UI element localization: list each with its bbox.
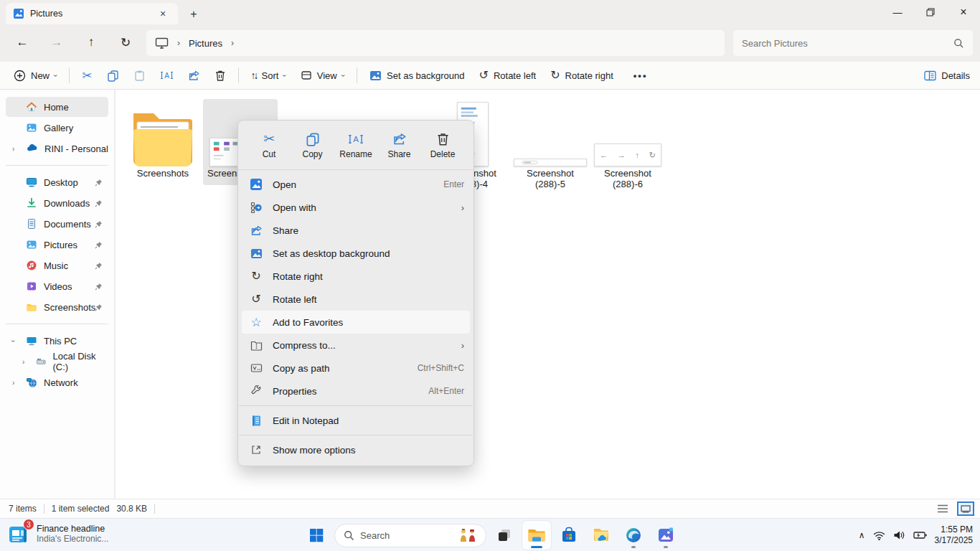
rotate-left-button[interactable]: ↺ Rotate left [473, 64, 543, 87]
rename-icon: A [348, 132, 364, 146]
sidebar-item-network[interactable]: › Network [6, 372, 108, 392]
cloud-folder-icon [592, 527, 611, 543]
microsoft-store-button[interactable] [555, 521, 583, 550]
sidebar-separator [6, 165, 108, 166]
copy-icon [306, 132, 320, 146]
photos-app-button[interactable] [651, 521, 680, 550]
sidebar-item-this-pc[interactable]: › This PC [6, 331, 108, 351]
sidebar-item-pictures[interactable]: Pictures [6, 235, 108, 255]
chevron-right-icon[interactable]: › [22, 358, 24, 366]
menu-item-edit-in-notepad[interactable]: Edit in Notepad [242, 409, 470, 432]
sidebar-item-screenshots[interactable]: Screenshots [6, 297, 108, 317]
submenu-chevron-icon: › [461, 202, 464, 213]
pin-icon [95, 303, 103, 311]
status-bar: 7 items 1 item selected 30.8 KB [0, 499, 980, 518]
menu-item-properties[interactable]: Properties Alt+Enter [242, 380, 470, 402]
battery-icon[interactable] [913, 531, 927, 540]
new-button[interactable]: New › [7, 64, 63, 87]
windows-logo-icon [308, 527, 325, 544]
file-explorer-taskbar-button[interactable] [522, 521, 551, 550]
refresh-button[interactable]: ↻ [113, 30, 138, 55]
chevron-right-icon[interactable]: › [12, 379, 14, 387]
folder-tile-screenshots[interactable]: Screenshots [126, 99, 200, 189]
copy-button[interactable] [100, 64, 126, 87]
sidebar-item-music[interactable]: Music [6, 255, 108, 276]
paste-icon [133, 70, 146, 82]
tray-chevron-up-icon[interactable]: ∧ [859, 530, 865, 540]
large-icons-view-button[interactable] [957, 501, 974, 516]
wifi-icon[interactable] [873, 531, 885, 540]
rotate-right-button[interactable]: ↻ Rotate right [544, 64, 620, 87]
address-bar[interactable]: › Pictures › [146, 30, 725, 56]
copy-quick-action[interactable]: Copy [293, 129, 332, 162]
menu-item-add-to-favorites[interactable]: ☆ Add to Favorites [242, 311, 470, 334]
menu-item-compress-to[interactable]: Compress to... › [242, 334, 470, 357]
file-name: Screenshot(288)-6 [590, 168, 665, 189]
share-button[interactable] [182, 64, 207, 87]
file-tile-screenshot-288-6[interactable]: ←→↑↻ Screenshot(288)-6 [590, 99, 665, 189]
menu-item-copy-as-path[interactable]: Copy as path Ctrl+Shift+C [242, 357, 470, 380]
onedrive-folder-button[interactable] [587, 521, 616, 550]
breadcrumb-pictures[interactable]: Pictures [189, 38, 222, 49]
cut-button[interactable]: ✂ [75, 64, 98, 87]
sidebar-item-onedrive[interactable]: › RINI - Personal [6, 138, 108, 159]
sidebar-item-home[interactable]: Home [6, 97, 108, 117]
new-tab-button[interactable]: + [185, 6, 202, 23]
menu-item-share[interactable]: Share [242, 219, 470, 242]
menu-item-set-desktop-background[interactable]: Set as desktop background [242, 242, 470, 265]
task-view-button[interactable] [490, 521, 519, 550]
sidebar-item-videos[interactable]: Videos [6, 276, 108, 296]
sidebar-separator [6, 324, 108, 324]
menu-item-rotate-right[interactable]: ↻ Rotate right [242, 265, 470, 288]
details-toggle-button[interactable]: Details [924, 70, 970, 81]
restore-button[interactable] [914, 0, 947, 24]
up-button[interactable]: ↑ [79, 30, 103, 55]
delete-quick-action[interactable]: Delete [423, 129, 462, 162]
taskbar-center: Search [302, 521, 680, 550]
sidebar-item-desktop[interactable]: Desktop [6, 172, 108, 192]
rename-button[interactable]: A [154, 64, 180, 87]
sidebar-item-documents[interactable]: Documents [6, 214, 108, 234]
sidebar-item-downloads[interactable]: Downloads [6, 193, 108, 213]
menu-item-open-with[interactable]: Open with › [242, 196, 470, 219]
see-more-button[interactable]: ••• [621, 64, 660, 87]
menu-item-show-more-options[interactable]: Show more options [242, 438, 470, 461]
sidebar-item-local-disk[interactable]: › Local Disk (C:) [6, 352, 108, 372]
documents-icon [26, 218, 37, 230]
cut-quick-action[interactable]: ✂ Cut [250, 129, 288, 162]
edge-browser-button[interactable] [619, 521, 648, 550]
start-button[interactable] [302, 521, 331, 550]
view-button[interactable]: View › [294, 64, 351, 87]
delete-button[interactable] [208, 64, 232, 87]
share-quick-action[interactable]: Share [380, 129, 419, 162]
volume-icon[interactable] [893, 530, 905, 540]
sort-button[interactable]: ↑↓ Sort › [245, 64, 293, 87]
sort-button-label: Sort [262, 70, 279, 81]
quick-actions-bar: ✂ Cut Copy A Rename Share Delete [238, 123, 473, 166]
menu-item-open[interactable]: Open Enter [242, 173, 470, 196]
details-label: Details [941, 70, 970, 81]
view-button-label: View [317, 70, 337, 81]
clock[interactable]: 1:55 PM 3/17/2025 [935, 524, 973, 546]
search-input[interactable] [742, 38, 953, 49]
tab-pictures[interactable]: Pictures × [6, 3, 178, 24]
sidebar-item-gallery[interactable]: Gallery [6, 118, 108, 138]
forward-button[interactable]: → [44, 30, 69, 55]
paste-button[interactable] [127, 64, 152, 87]
rename-quick-action[interactable]: A Rename [336, 129, 375, 162]
network-icon [26, 377, 37, 388]
back-button[interactable]: ← [10, 30, 34, 55]
explorer-search[interactable] [733, 30, 973, 56]
tab-close-icon[interactable]: × [155, 6, 171, 22]
minimize-button[interactable]: — [881, 0, 914, 24]
taskbar-search-box[interactable]: Search [334, 524, 486, 547]
widgets-button[interactable]: 3 Finance headline India's Electronic... [7, 522, 108, 545]
sidebar-item-label: Documents [44, 219, 91, 230]
file-tile-screenshot-288-5[interactable]: Screenshot(288)-5 [513, 99, 588, 189]
details-view-button[interactable] [934, 501, 951, 516]
close-button[interactable]: × [947, 0, 980, 24]
chevron-right-icon[interactable]: › [12, 145, 14, 153]
menu-item-rotate-left[interactable]: ↺ Rotate left [242, 288, 470, 311]
set-as-background-button[interactable]: Set as background [363, 64, 471, 87]
chevron-down-icon[interactable]: › [9, 339, 17, 342]
